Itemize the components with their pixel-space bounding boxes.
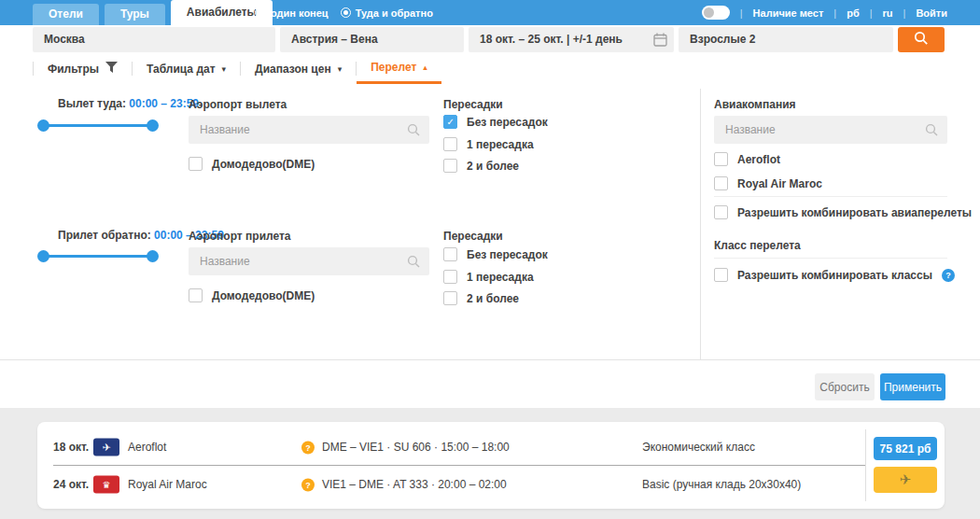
divider <box>714 196 947 197</box>
filters-button[interactable]: Фильтры <box>34 53 132 84</box>
airline-search-input[interactable] <box>714 116 947 144</box>
tab-hotels[interactable]: Отели <box>33 4 99 25</box>
checkbox-box[interactable] <box>714 205 728 219</box>
label-text: Вылет туда: <box>58 97 126 110</box>
destination-field[interactable]: Австрия – Вена <box>280 27 464 52</box>
login-link[interactable]: Войти <box>916 7 947 19</box>
tab-label: Перелет <box>371 61 416 74</box>
checkbox-box[interactable] <box>714 152 728 166</box>
filters-label: Фильтры <box>48 63 99 76</box>
product-tabs: Отели Туры Авиабилеты <box>33 0 273 25</box>
tab-label: Диапазон цен <box>255 63 331 76</box>
passengers-field[interactable]: Взрослые 2 <box>679 27 893 52</box>
slider-handle-min[interactable] <box>37 250 49 262</box>
column-divider <box>700 89 701 359</box>
checkbox-box[interactable] <box>443 137 457 151</box>
language-link[interactable]: ru <box>883 7 893 19</box>
tab-tours[interactable]: Туры <box>105 4 165 25</box>
checkbox-domodedovo-depart[interactable]: Домодедово(DME) <box>189 157 315 171</box>
filter-bar: Фильтры Таблица дат ▾ Диапазон цен ▾ Пер… <box>33 53 441 84</box>
checkbox-box[interactable] <box>443 159 457 173</box>
arrive-airport-title: Аэропорт прилета <box>189 230 291 243</box>
tab-flight[interactable]: Перелет ▴ <box>357 53 441 84</box>
toggle-switch[interactable] <box>702 6 730 20</box>
depart-airport-search-input[interactable] <box>189 116 429 144</box>
top-header: Отели Туры Авиабилеты В один конец Туда … <box>0 0 980 25</box>
apply-button[interactable]: Применить <box>880 373 945 400</box>
checkbox-box[interactable] <box>189 157 203 171</box>
radio-icon[interactable] <box>341 7 351 18</box>
calendar-icon[interactable] <box>653 33 667 49</box>
checkbox-no-transfers-back[interactable]: Без пересадок <box>443 247 548 261</box>
chevron-down-icon: ▾ <box>338 64 343 74</box>
checkbox-one-transfer-back[interactable]: 1 пересадка <box>443 270 534 284</box>
checkbox-combine-classes[interactable]: Разрешить комбинировать классы ? <box>714 268 955 282</box>
select-flight-button[interactable]: ✈ <box>874 467 937 493</box>
checkbox-label: Aeroflot <box>737 153 780 166</box>
divider <box>714 258 947 259</box>
toggle-knob <box>704 7 714 18</box>
checkbox-label: 2 и более <box>467 160 519 173</box>
checkbox-royal-air-maroc[interactable]: Royal Air Maroc <box>714 176 822 190</box>
flight-date: 18 окт. <box>53 441 89 454</box>
search-button[interactable] <box>898 27 945 52</box>
price-column-divider <box>865 429 866 501</box>
dates-field[interactable]: 18 окт. – 25 окт. | +/-1 день <box>469 27 674 52</box>
transfers-back-title: Пересадки <box>443 230 503 243</box>
radio-icon[interactable] <box>245 7 256 18</box>
currency-link[interactable]: рб <box>847 7 860 19</box>
radio-round-trip[interactable]: Туда и обратно <box>341 7 433 19</box>
checkbox-two-plus-transfers-out[interactable]: 2 и более <box>443 159 519 173</box>
checkbox-combine-flights[interactable]: Разрешить комбинировать авиаперелеты ? <box>714 205 980 219</box>
checkbox-box[interactable] <box>443 115 457 129</box>
divider: | <box>833 7 836 19</box>
checkbox-box[interactable] <box>714 176 728 190</box>
fare-class: Экономический класс <box>642 441 755 454</box>
reset-button[interactable]: Сбросить <box>815 373 875 400</box>
checkbox-one-transfer-out[interactable]: 1 пересадка <box>443 137 534 151</box>
result-row-return[interactable]: 24 окт. ♛ Royal Air Maroc ? VIE1 – DME ·… <box>37 466 945 502</box>
tab-date-table[interactable]: Таблица дат ▾ <box>133 53 240 84</box>
checkbox-label: Royal Air Maroc <box>737 177 822 190</box>
slider-handle-max[interactable] <box>147 119 159 132</box>
slider-handle-min[interactable] <box>37 119 49 132</box>
slider-handle-max[interactable] <box>147 250 159 262</box>
checkbox-domodedovo-arrive[interactable]: Домодедово(DME) <box>189 288 315 302</box>
flight-class-title: Класс перелета <box>714 239 801 252</box>
checkbox-label: Разрешить комбинировать авиаперелеты <box>737 206 972 219</box>
flight-route: DME – VIE1 · SU 606 · 15:00 – 18:00 <box>322 441 510 454</box>
funnel-icon <box>105 62 118 76</box>
chevron-up-icon: ▴ <box>423 63 427 72</box>
checkbox-two-plus-transfers-back[interactable]: 2 и более <box>443 291 519 305</box>
checkbox-label: Домодедово(DME) <box>212 289 315 302</box>
label-text: Прилет обратно: <box>58 229 151 242</box>
checkbox-box[interactable] <box>443 270 457 284</box>
depart-time-slider[interactable] <box>37 119 159 132</box>
checkbox-label: Домодедово(DME) <box>212 158 315 171</box>
fare-info-icon[interactable]: ? <box>301 440 315 454</box>
checkbox-box[interactable] <box>443 247 457 261</box>
checkbox-box[interactable] <box>443 291 457 305</box>
arrive-airport-search-input[interactable] <box>189 247 429 275</box>
checkbox-box[interactable] <box>714 268 728 282</box>
checkbox-label: Без пересадок <box>467 116 548 129</box>
help-icon[interactable]: ? <box>301 441 315 454</box>
trip-type-group: В один конец Туда и обратно <box>245 0 433 25</box>
header-right: | Наличие мест | рб | ru | Войти <box>702 0 947 25</box>
tab-price-range[interactable]: Диапазон цен ▾ <box>241 53 356 84</box>
checkbox-aeroflot[interactable]: Aeroflot <box>714 152 780 166</box>
checkbox-box[interactable] <box>189 288 203 302</box>
result-row-outbound[interactable]: 18 окт. ✈ Aeroflot ? DME – VIE1 · SU 606… <box>37 428 945 465</box>
fare-info-icon[interactable]: ? <box>301 477 315 491</box>
help-icon[interactable]: ? <box>942 269 955 282</box>
radio-one-way[interactable]: В один конец <box>245 7 329 19</box>
divider: | <box>903 7 906 19</box>
price-button[interactable]: 75 821 рб <box>874 437 937 460</box>
checkbox-no-transfers-out[interactable]: Без пересадок <box>443 115 548 129</box>
return-time-slider[interactable] <box>37 250 159 262</box>
slider-track <box>41 124 155 127</box>
help-icon[interactable]: ? <box>301 478 315 491</box>
seats-availability-link[interactable]: Наличие мест <box>753 7 824 19</box>
airline-name: Royal Air Maroc <box>128 478 207 491</box>
origin-field[interactable]: Москва <box>33 27 275 52</box>
